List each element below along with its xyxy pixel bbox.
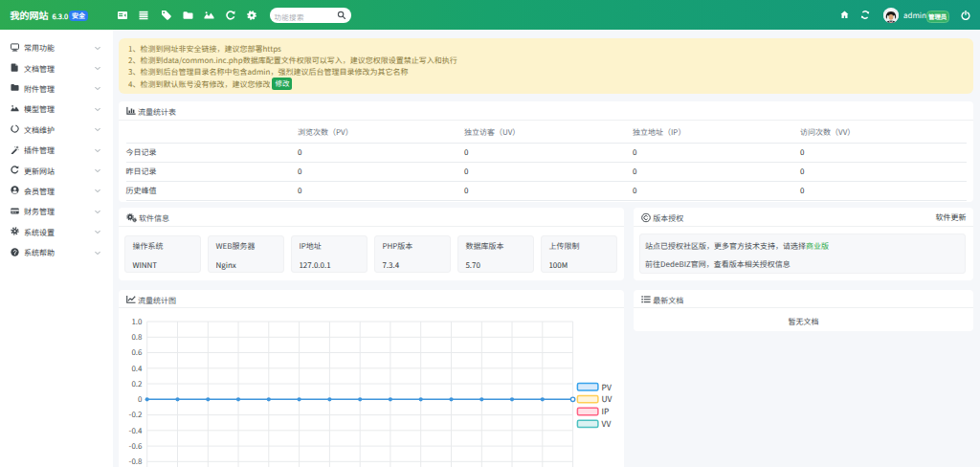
svg-text:0.4: 0.4 <box>131 362 143 372</box>
svg-text:UV: UV <box>602 392 612 404</box>
svg-text:VV: VV <box>602 417 612 429</box>
svg-text:PV: PV <box>602 380 612 391</box>
svg-text:0: 0 <box>138 393 143 404</box>
svg-text:0.8: 0.8 <box>131 331 143 342</box>
svg-text:0.6: 0.6 <box>131 346 143 357</box>
svg-text:-0.6: -0.6 <box>129 440 143 451</box>
svg-text:IP: IP <box>602 405 610 416</box>
svg-text:-0.8: -0.8 <box>129 456 143 466</box>
svg-text:-0.2: -0.2 <box>129 409 143 419</box>
svg-text:-0.4: -0.4 <box>129 424 143 434</box>
svg-text:1.0: 1.0 <box>131 315 143 325</box>
svg-text:0.2: 0.2 <box>131 377 143 388</box>
